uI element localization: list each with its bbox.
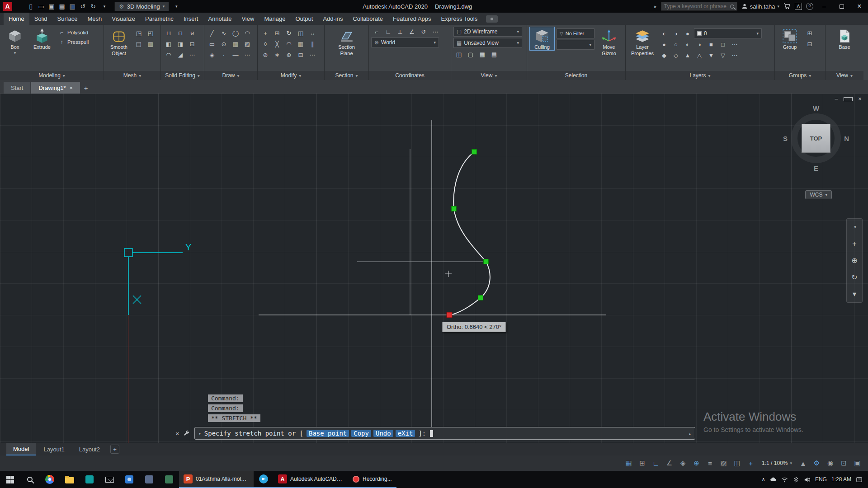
separate-icon[interactable]: ⊟: [187, 39, 198, 49]
region-icon[interactable]: ◈: [207, 50, 217, 60]
hidden-icons-chevron[interactable]: ∧: [761, 476, 765, 483]
save-icon[interactable]: ▣: [47, 3, 56, 10]
viewcube-north[interactable]: N: [844, 135, 849, 142]
file-explorer-icon[interactable]: [60, 471, 80, 488]
solid-more-icon[interactable]: ⋯: [187, 50, 198, 60]
workspace-gear-icon[interactable]: ⚙: [811, 458, 823, 469]
command-option[interactable]: Copy: [351, 430, 371, 437]
viewcube-west[interactable]: W: [813, 104, 819, 112]
ribbon-tab[interactable]: Manage: [259, 13, 290, 25]
language-indicator[interactable]: ENG: [815, 476, 827, 483]
gradient-icon[interactable]: ▨: [242, 39, 253, 49]
explode-icon[interactable]: ∗: [272, 50, 283, 60]
taskbar-app-recording[interactable]: Recording...: [348, 471, 396, 488]
ribbon-tab[interactable]: Solid: [29, 13, 52, 25]
viewport-minimize-icon[interactable]: –: [832, 95, 841, 103]
annotation-monitor-icon[interactable]: ◉: [824, 458, 836, 469]
subtract-icon[interactable]: ⊓: [175, 28, 186, 38]
presspull-button[interactable]: ↑ Presspull: [57, 38, 90, 46]
intersect-icon[interactable]: ⊎: [187, 28, 198, 38]
line-icon[interactable]: ╱: [207, 28, 217, 38]
panel-label-modeling[interactable]: Modeling ▾: [0, 71, 104, 80]
fillet-edge-icon[interactable]: ◠: [163, 50, 174, 60]
osnap-icon[interactable]: ⊕: [690, 458, 703, 469]
panel-label-layers[interactable]: Layers ▾: [626, 71, 774, 80]
shell-icon[interactable]: ◨: [175, 39, 186, 49]
arc-icon[interactable]: ◠: [242, 28, 253, 38]
grip-square[interactable]: [484, 259, 489, 264]
mesh-extrude-face-icon[interactable]: ▥: [145, 39, 156, 49]
new-layout-button[interactable]: +: [110, 445, 119, 454]
layer-state-icon[interactable]: ◐: [659, 28, 670, 38]
open-icon[interactable]: ▭: [37, 3, 45, 10]
layer-copy-icon[interactable]: ▼: [706, 50, 717, 60]
layer-merge-icon[interactable]: ▲: [682, 50, 693, 60]
pan-icon[interactable]: +: [847, 235, 862, 252]
grip-square[interactable]: [452, 206, 457, 211]
panel-label-solid-editing[interactable]: Solid Editing ▾: [161, 71, 204, 80]
plot-icon[interactable]: ▥: [68, 3, 76, 10]
redo-icon[interactable]: ↻: [89, 3, 97, 10]
maximize-button[interactable]: [835, 1, 849, 12]
culling-button[interactable]: Culling: [529, 27, 555, 51]
ucs-icon[interactable]: ⌐: [371, 27, 382, 37]
ucs-z-icon[interactable]: ⊥: [395, 27, 406, 37]
photos-icon[interactable]: [119, 471, 139, 488]
ribbon-tab[interactable]: Annotate: [203, 13, 236, 25]
minimize-button[interactable]: –: [817, 1, 831, 12]
layer-prev-icon[interactable]: □: [717, 39, 728, 49]
start-button[interactable]: [0, 471, 20, 488]
autodesk-account-icon[interactable]: A: [795, 3, 802, 10]
polysolid-button[interactable]: ⌐ Polysolid: [57, 28, 90, 37]
viewcube[interactable]: W S N E TOP: [782, 104, 850, 172]
draw-more-icon[interactable]: ⋯: [242, 50, 253, 60]
named-view-dropdown[interactable]: ▤ Unsaved View ▾: [453, 38, 522, 48]
ribbon-tab[interactable]: Home: [4, 13, 29, 25]
union-icon[interactable]: ⊔: [163, 28, 174, 38]
selection-filter-options[interactable]: ▾: [557, 40, 594, 50]
pinned-app-icon[interactable]: [139, 471, 159, 488]
layer-more2-icon[interactable]: ⋯: [729, 50, 740, 60]
recent-commands-icon[interactable]: ▾: [198, 431, 201, 436]
clock[interactable]: 1:28 AM: [831, 476, 851, 483]
transparency-icon[interactable]: ▨: [717, 458, 730, 469]
panel-label-groups[interactable]: Groups ▾: [775, 71, 825, 80]
viewcube-east[interactable]: E: [814, 164, 818, 172]
lineweight-icon[interactable]: ≡: [704, 458, 716, 469]
navbar-more-icon[interactable]: ▾: [847, 286, 862, 302]
panel-label-view-base[interactable]: View ▾: [826, 71, 863, 80]
named-views-icon[interactable]: ▢: [465, 49, 476, 59]
ribbon-tab[interactable]: Featured Apps: [388, 13, 436, 25]
ucs-3point-icon[interactable]: ∠: [406, 27, 417, 37]
close-button[interactable]: ×: [853, 1, 866, 12]
snap-icon[interactable]: ⊞: [636, 458, 648, 469]
hot-grip-square[interactable]: [447, 312, 452, 318]
section-plane-button[interactable]: Section Plane: [334, 27, 359, 56]
grip-square[interactable]: [472, 150, 477, 155]
ellipse-icon[interactable]: ⊙: [218, 39, 229, 49]
hatch-icon[interactable]: ▦: [230, 39, 241, 49]
ucs-icon[interactable]: Y: [124, 242, 191, 315]
zoom-icon[interactable]: ⊕: [847, 252, 862, 269]
taskbar-app-autocad[interactable]: A Autodesk AutoCAD 2...: [274, 471, 348, 488]
viewport-config-icon[interactable]: ◫: [453, 49, 464, 59]
qat-dropdown-icon[interactable]: ▾: [100, 4, 108, 9]
bluetooth-icon[interactable]: [793, 476, 799, 483]
modify-more-icon[interactable]: ⋯: [307, 50, 318, 60]
erase-icon[interactable]: ⊘: [260, 50, 271, 60]
app-store-cart-icon[interactable]: [783, 3, 791, 10]
extrude-button[interactable]: Extrude: [29, 27, 55, 51]
viewport-restore-icon[interactable]: [844, 95, 853, 103]
workspace-more-icon[interactable]: ▾: [172, 4, 180, 9]
orbit-icon[interactable]: ↻: [847, 269, 862, 286]
circle-icon[interactable]: ◯: [230, 28, 241, 38]
file-tab-start[interactable]: Start: [4, 82, 30, 94]
layer-properties-button[interactable]: Layer Properties: [628, 27, 657, 56]
new-drawing-tab-button[interactable]: +: [81, 83, 91, 93]
panel-label-draw[interactable]: Draw ▾: [204, 71, 257, 80]
panel-label-mesh[interactable]: Mesh ▾: [104, 71, 160, 80]
new-icon[interactable]: ▯: [27, 3, 35, 10]
new-view-icon[interactable]: ▦: [477, 49, 488, 59]
steering-wheel-icon[interactable]: ◔: [847, 219, 862, 235]
polyline-icon[interactable]: ∿: [218, 28, 229, 38]
